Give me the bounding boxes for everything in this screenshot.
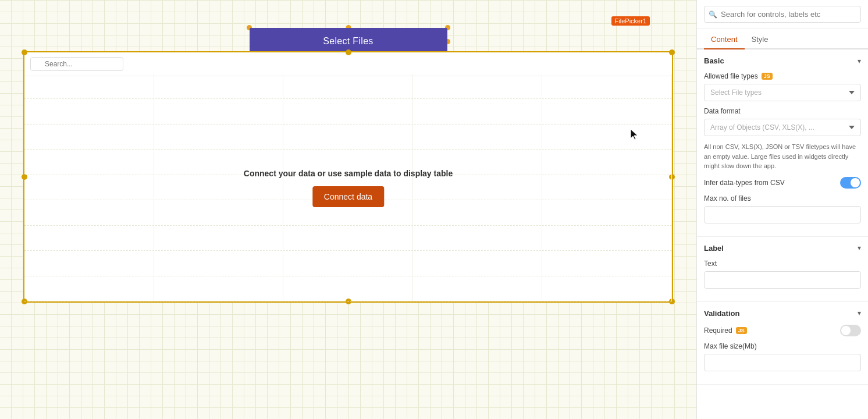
- infer-csv-toggle[interactable]: [840, 177, 861, 189]
- section-validation-header: Validation ▾: [704, 309, 861, 318]
- row-line-8: [24, 251, 672, 276]
- data-format-label: Data format: [704, 107, 861, 115]
- row-line-3: [24, 125, 672, 150]
- js-badge-file-types: JS: [762, 73, 773, 80]
- allowed-file-types-label: Allowed file types JS: [704, 72, 861, 80]
- section-validation-chevron-icon[interactable]: ▾: [858, 309, 861, 317]
- row-line-2: [24, 99, 672, 124]
- section-basic-header: Basic ▾: [704, 56, 861, 65]
- table-body: Connect your data or use sample data to …: [24, 74, 672, 301]
- max-file-size-input[interactable]: 5: [704, 354, 861, 371]
- row-line-1: [24, 74, 672, 99]
- section-label-title: Label: [704, 244, 724, 253]
- max-files-input[interactable]: 1: [704, 206, 861, 223]
- data-format-hint: All non CSV, XLS(X), JSON or TSV filetyp…: [704, 142, 861, 171]
- js-badge-required: JS: [736, 327, 747, 334]
- section-validation: Validation ▾ Required JS Max file size(M…: [697, 302, 868, 385]
- search-wrapper: 🔍: [30, 57, 123, 71]
- widget-label: FilePicker1: [611, 16, 650, 26]
- panel-search-input[interactable]: [704, 6, 861, 23]
- section-validation-title: Validation: [704, 309, 739, 318]
- panel-search-wrapper: 🔍: [704, 6, 861, 23]
- panel-search-bar: 🔍: [697, 0, 868, 29]
- infer-csv-label: Infer data-types from CSV: [704, 179, 785, 187]
- section-basic: Basic ▾ Allowed file types JS Select Fil…: [697, 49, 868, 237]
- data-format-select[interactable]: Array of Objects (CSV, XLS(X), ...: [704, 119, 861, 136]
- label-text-input[interactable]: Select Files: [704, 271, 861, 289]
- row-line-9: [24, 276, 672, 301]
- table-empty-state: Connect your data or use sample data to …: [244, 169, 453, 207]
- section-label: Label ▾ Text Select Files: [697, 237, 868, 302]
- allowed-file-types-select[interactable]: Select File types: [704, 84, 861, 101]
- label-text-label: Text: [704, 260, 861, 268]
- connect-data-button[interactable]: Connect data: [312, 186, 384, 207]
- table-search-bar: 🔍: [24, 52, 672, 76]
- infer-csv-row: Infer data-types from CSV: [704, 177, 861, 189]
- section-basic-chevron-icon[interactable]: ▾: [858, 57, 861, 65]
- row-line-7: [24, 226, 672, 251]
- table-handle-tr: [669, 49, 675, 55]
- right-panel: 🔍 Content Style Basic ▾ Allowed file typ…: [696, 0, 868, 419]
- max-file-size-label: Max file size(Mb): [704, 342, 861, 350]
- required-row: Required JS: [704, 325, 861, 336]
- tab-content[interactable]: Content: [704, 29, 745, 49]
- section-label-chevron-icon[interactable]: ▾: [858, 244, 861, 252]
- panel-search-icon: 🔍: [709, 10, 717, 19]
- max-files-label: Max no. of files: [704, 194, 861, 203]
- panel-tabs: Content Style: [697, 29, 868, 49]
- required-label: Required JS: [704, 326, 747, 335]
- section-basic-title: Basic: [704, 56, 724, 65]
- tab-style[interactable]: Style: [745, 29, 775, 49]
- canvas-area: FilePicker1 Select Files 🔍: [0, 0, 696, 419]
- table-handle-tl: [22, 49, 27, 55]
- table-widget: 🔍: [23, 51, 673, 303]
- table-search-input[interactable]: [30, 57, 123, 71]
- table-handle-tc: [346, 49, 351, 55]
- empty-state-text: Connect your data or use sample data to …: [244, 169, 453, 178]
- required-toggle[interactable]: [840, 325, 861, 336]
- section-label-header: Label ▾: [704, 244, 861, 253]
